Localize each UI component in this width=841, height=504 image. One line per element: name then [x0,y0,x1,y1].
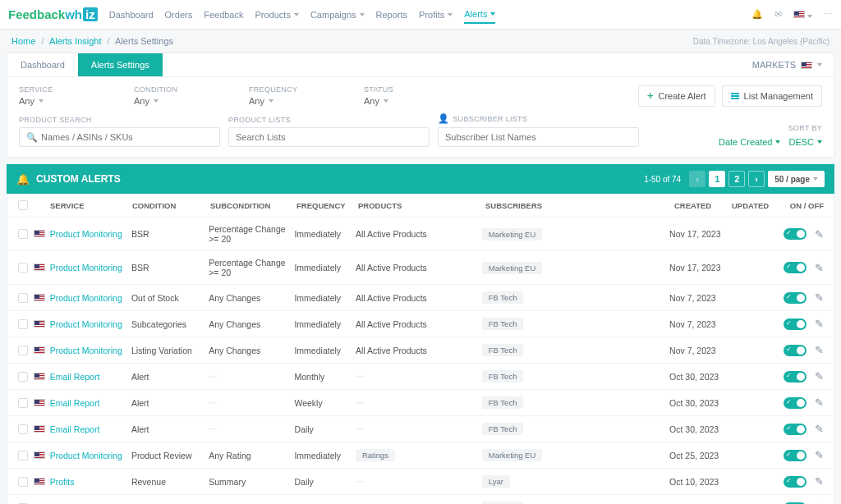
status-toggle[interactable] [784,450,807,461]
col-updated[interactable]: Updated [732,201,789,210]
nav-dashboard[interactable]: Dashboard [109,6,154,24]
product-search-input[interactable] [41,132,213,142]
row-checkbox[interactable] [18,424,28,434]
subscriber-chip[interactable]: Marketing EU [482,262,543,274]
status-toggle[interactable] [784,345,807,356]
col-subcondition[interactable]: Subcondition [210,201,296,210]
nav-orders[interactable]: Orders [165,6,193,24]
edit-icon[interactable]: ✎ [815,475,824,488]
nav-profits[interactable]: Profits [419,6,453,24]
page-size-selector[interactable]: 50 / page [768,171,825,187]
row-checkbox[interactable] [18,398,28,408]
pagination-page-1[interactable]: 1 [709,171,725,187]
subscriber-chip[interactable]: FB Tech [482,318,524,330]
chevron-down-icon [294,13,299,16]
sort-dir-selector[interactable]: DESC [788,137,822,147]
subscriber-chip[interactable]: Marketing EU [482,228,543,241]
filter-service[interactable]: SERVICE Any [19,85,109,106]
more-icon[interactable]: ⋯ [824,9,833,20]
edit-icon[interactable]: ✎ [815,291,824,304]
subscriber-chip[interactable]: FB Tech [482,423,524,435]
edit-icon[interactable]: ✎ [815,449,824,461]
nav-campaigns[interactable]: Campaigns [310,6,365,24]
col-condition[interactable]: Condition [132,201,210,210]
service-link[interactable]: Product Monitoring [50,319,131,329]
status-toggle[interactable] [784,424,807,435]
service-link[interactable]: Product Monitoring [50,451,131,460]
mail-icon[interactable]: ✉ [774,9,782,20]
edit-icon[interactable]: ✎ [815,228,824,241]
pagination-prev[interactable]: ‹ [689,171,705,187]
filter-status[interactable]: STATUS Any [364,85,454,106]
edit-icon[interactable]: ✎ [815,344,824,356]
markets-selector[interactable]: MARKETS [752,60,834,70]
col-service[interactable]: Service [50,201,132,210]
filter-frequency[interactable]: FREQUENCY Any [249,85,339,106]
create-alert-button[interactable]: + Create Alert [638,85,715,107]
row-checkbox[interactable] [18,346,28,355]
brand-logo[interactable]: Feedback wh iz [8,7,98,21]
col-subscribers[interactable]: Subscribers [485,201,674,210]
service-link[interactable]: Product Monitoring [50,293,131,303]
sort-field-selector[interactable]: Date Created [719,137,780,147]
breadcrumb-insight[interactable]: Alerts Insight [49,36,102,46]
edit-icon[interactable]: ✎ [815,370,824,383]
service-link[interactable]: Email Report [50,372,131,382]
subscriber-chip[interactable]: FB Tech [482,396,524,409]
breadcrumb-home[interactable]: Home [11,36,35,46]
row-checkbox[interactable] [18,293,28,303]
product-chip[interactable]: Ratings [356,449,395,461]
subscriber-chip[interactable]: Marketing EU [482,449,543,461]
frequency-cell: Immediately [294,319,355,329]
tab-alerts-settings[interactable]: Alerts Settings [78,53,163,76]
status-toggle[interactable] [784,292,807,304]
chevron-down-icon [817,63,822,66]
status-toggle[interactable] [784,318,807,330]
list-management-button[interactable]: List Management [722,85,822,107]
service-link[interactable]: Product Monitoring [50,229,131,239]
filter-condition-value: Any [134,96,149,106]
status-toggle[interactable] [784,476,807,488]
col-products[interactable]: Products [358,201,485,210]
select-all-checkbox[interactable] [18,200,28,210]
nav-alerts[interactable]: Alerts [464,6,495,24]
service-link[interactable]: Product Monitoring [50,346,131,355]
service-link[interactable]: Email Report [50,398,131,408]
tab-dashboard[interactable]: Dashboard [7,53,78,76]
nav-products[interactable]: Products [255,6,298,24]
col-created[interactable]: Created [674,201,732,210]
subscriber-chip[interactable]: FB Tech [482,370,524,383]
subscriber-chip[interactable]: FB Tech [482,291,524,304]
nav-feedback[interactable]: Feedback [204,6,243,24]
row-checkbox[interactable] [18,477,28,487]
product-lists-input[interactable] [236,132,422,142]
row-checkbox[interactable] [18,451,28,460]
pagination-range: 1-50 of 74 [644,175,681,184]
row-checkbox[interactable] [18,263,28,273]
edit-icon[interactable]: ✎ [815,423,824,435]
status-toggle[interactable] [784,262,807,273]
nav-reports[interactable]: Reports [376,6,408,24]
col-frequency[interactable]: Frequency [296,201,358,210]
service-link[interactable]: Profits [50,477,131,487]
service-link[interactable]: Email Report [50,424,131,434]
edit-icon[interactable]: ✎ [815,262,824,274]
edit-icon[interactable]: ✎ [815,396,824,409]
bell-icon[interactable]: 🔔 [751,9,763,20]
subscriber-lists-input[interactable] [445,132,632,142]
frequency-cell: Immediately [294,229,355,239]
subscriber-chip[interactable]: FB Tech [482,344,524,356]
status-toggle[interactable] [784,371,807,383]
row-checkbox[interactable] [18,229,28,239]
locale-flag[interactable] [793,10,812,20]
pagination-next[interactable]: › [748,171,765,187]
row-checkbox[interactable] [18,319,28,329]
status-toggle[interactable] [784,228,807,240]
pagination-page-2[interactable]: 2 [728,171,745,187]
status-toggle[interactable] [784,397,807,409]
row-checkbox[interactable] [18,372,28,382]
filter-condition[interactable]: CONDITION Any [134,85,224,106]
subscriber-chip[interactable]: Lyar [482,475,510,488]
service-link[interactable]: Product Monitoring [50,263,131,273]
edit-icon[interactable]: ✎ [815,318,824,330]
